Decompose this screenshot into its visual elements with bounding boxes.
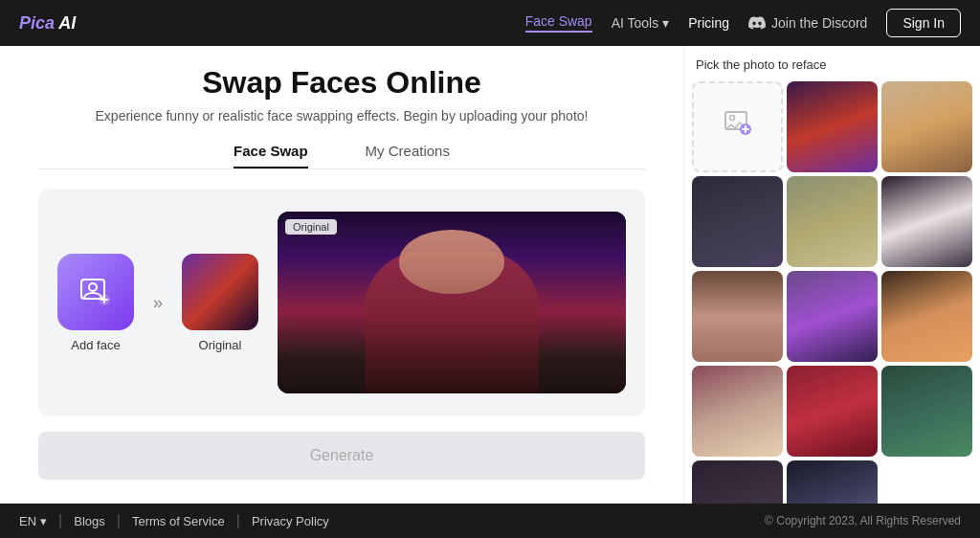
photo-item[interactable] bbox=[692, 176, 783, 267]
photo-item[interactable] bbox=[787, 460, 878, 504]
photo-grid bbox=[692, 81, 972, 504]
original-box: Original bbox=[182, 254, 258, 352]
original-thumbnail[interactable] bbox=[182, 254, 258, 330]
footer-privacy-link[interactable]: Privacy Policy bbox=[252, 514, 329, 528]
page-subtitle: Experience funny or realistic face swapp… bbox=[38, 108, 645, 123]
footer-blogs-link[interactable]: Blogs bbox=[74, 514, 105, 528]
main-layout: Swap Faces Online Experience funny or re… bbox=[0, 46, 980, 504]
original-label: Original bbox=[199, 338, 242, 352]
tab-my-creations[interactable]: My Creations bbox=[366, 143, 450, 168]
svg-point-1 bbox=[89, 283, 97, 291]
nav-face-swap[interactable]: Face Swap bbox=[525, 13, 592, 33]
photo-item[interactable] bbox=[881, 366, 972, 457]
language-label: EN bbox=[19, 514, 36, 528]
ai-tools-label: AI Tools bbox=[612, 15, 659, 31]
language-selector[interactable]: EN ▾ bbox=[19, 514, 47, 528]
main-image-area: Original bbox=[278, 212, 626, 393]
tabs: Face Swap My Creations bbox=[38, 143, 645, 169]
footer-divider-3: | bbox=[236, 512, 240, 529]
footer-terms-link[interactable]: Terms of Service bbox=[132, 514, 225, 528]
add-face-icon bbox=[78, 275, 113, 309]
add-face-box: Add face bbox=[57, 254, 134, 352]
svg-point-6 bbox=[729, 116, 734, 121]
photo-item[interactable] bbox=[787, 81, 878, 172]
tab-face-swap[interactable]: Face Swap bbox=[234, 143, 308, 168]
photo-item[interactable] bbox=[787, 176, 878, 267]
photo-item[interactable] bbox=[692, 460, 783, 504]
discord-icon bbox=[748, 16, 766, 30]
footer-divider-2: | bbox=[117, 512, 121, 529]
photo-item[interactable] bbox=[787, 271, 878, 362]
chevron-down-icon: ▾ bbox=[662, 15, 669, 31]
plus-icon bbox=[723, 108, 753, 146]
arrow-right-icon: » bbox=[153, 293, 163, 313]
nav-discord[interactable]: Join the Discord bbox=[748, 15, 867, 31]
nav-pricing[interactable]: Pricing bbox=[688, 15, 729, 31]
photo-item[interactable] bbox=[881, 176, 972, 267]
main-preview-image bbox=[278, 212, 626, 393]
nav-ai-tools[interactable]: AI Tools ▾ bbox=[612, 15, 670, 31]
footer: EN ▾ | Blogs | Terms of Service | Privac… bbox=[0, 504, 980, 538]
left-panel: Swap Faces Online Experience funny or re… bbox=[0, 46, 683, 504]
photo-item[interactable] bbox=[881, 271, 972, 362]
hero-figure bbox=[278, 212, 626, 393]
original-badge: Original bbox=[285, 219, 337, 235]
add-face-button[interactable] bbox=[57, 254, 134, 330]
navbar: Pica AI Face Swap AI Tools ▾ Pricing Joi… bbox=[0, 0, 980, 46]
photo-item[interactable] bbox=[692, 271, 783, 362]
chevron-down-icon: ▾ bbox=[40, 514, 47, 528]
discord-label: Join the Discord bbox=[771, 15, 867, 31]
upload-photo-button[interactable] bbox=[692, 81, 783, 172]
signin-button[interactable]: Sign In bbox=[886, 9, 961, 37]
nav-links: Face Swap AI Tools ▾ Pricing Join the Di… bbox=[525, 9, 961, 37]
right-panel: Pick the photo to reface bbox=[683, 46, 980, 504]
photo-item[interactable] bbox=[881, 81, 972, 172]
workspace: Add face » Original bbox=[38, 189, 645, 416]
footer-divider-1: | bbox=[58, 512, 62, 529]
photo-item[interactable] bbox=[692, 366, 783, 457]
pick-label: Pick the photo to reface bbox=[692, 57, 972, 72]
footer-left: EN ▾ | Blogs | Terms of Service | Privac… bbox=[19, 512, 329, 529]
page-title: Swap Faces Online bbox=[38, 65, 645, 101]
add-face-label: Add face bbox=[71, 338, 120, 352]
footer-copyright: © Copyright 2023, All Rights Reserved bbox=[765, 514, 961, 527]
photo-item[interactable] bbox=[787, 366, 878, 457]
generate-button[interactable]: Generate bbox=[38, 432, 645, 480]
logo: Pica AI bbox=[19, 13, 76, 34]
